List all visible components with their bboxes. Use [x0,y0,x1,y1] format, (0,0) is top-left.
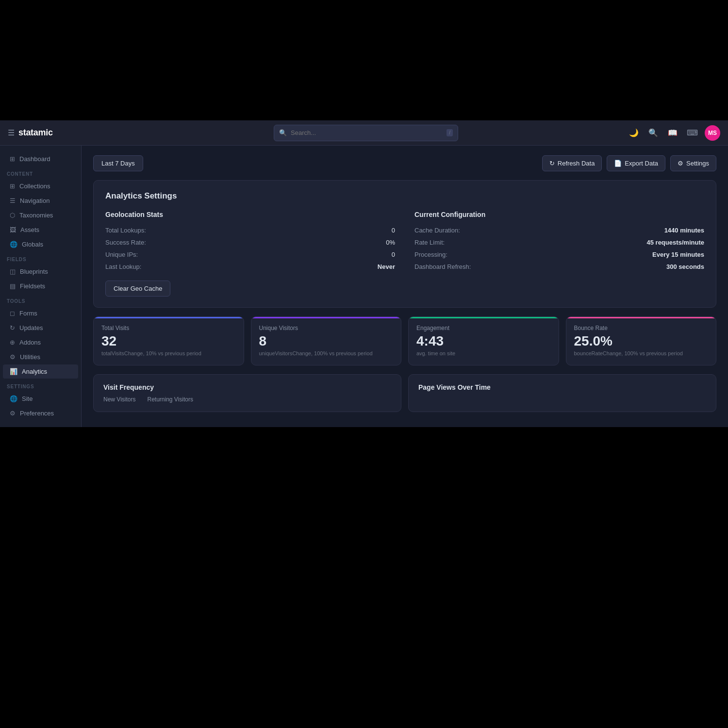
sidebar-item-globals[interactable]: 🌐 Globals [3,237,78,251]
sidebar-item-taxonomies[interactable]: ⬡ Taxonomies [3,208,78,222]
sidebar-item-navigation[interactable]: ☰ Navigation [3,194,78,208]
date-filter-button[interactable]: Last 7 Days [93,155,143,171]
clear-geo-cache-button[interactable]: Clear Geo Cache [105,281,170,297]
settings-button[interactable]: ⚙ Settings [670,155,716,171]
sidebar-item-label: Dashboard [19,155,50,163]
sidebar-item-updates[interactable]: ↻ Updates [3,321,78,335]
export-label: Export Data [625,160,658,167]
stat-value: Never [378,263,395,270]
stat-row-rate-limit: Rate Limit: 45 requests/minute [414,236,704,248]
refresh-label: Refresh Data [558,160,595,167]
book-icon[interactable]: 📖 [666,126,679,140]
stat-label: Cache Duration: [414,227,460,234]
assets-icon: 🖼 [10,226,16,233]
search-bar[interactable]: 🔍 / [274,125,458,141]
blueprints-icon: ◫ [10,268,16,275]
metric-label: Engagement [416,325,551,331]
stat-row-success-rate: Success Rate: 0% [105,236,395,248]
app-name: statamic [18,128,53,138]
sidebar-item-label: Site [22,395,33,402]
taxonomies-icon: ⬡ [10,212,15,219]
sidebar-item-label: Updates [19,324,43,331]
sidebar-item-assets[interactable]: 🖼 Assets [3,223,78,237]
stat-row-last-lookup: Last Lookup: Never [105,261,395,273]
metric-sub: totalVisitsChange, 10% vs previous perio… [101,350,236,357]
sidebar-item-fieldsets[interactable]: ▤ Fieldsets [3,279,78,293]
analytics-settings-title: Analytics Settings [105,191,704,201]
hamburger-icon[interactable]: ☰ [8,128,15,137]
stat-label: Last Lookup: [105,263,141,270]
sidebar-item-site[interactable]: 🌐 Site [3,392,78,406]
sidebar-item-label: Globals [22,241,43,248]
tools-section-label: TOOLS [0,294,81,306]
site-icon: 🌐 [10,395,17,402]
sidebar-item-label: Navigation [20,197,50,204]
black-top-overlay [0,0,728,120]
content-section-label: CONTENT [0,166,81,179]
stat-label: Unique IPs: [105,251,138,258]
search-slash-key: / [447,129,453,136]
analytics-settings-card: Analytics Settings Geolocation Stats Tot… [93,180,716,308]
stat-value: 300 seconds [666,263,704,270]
config-section: Current Configuration Cache Duration: 14… [414,211,704,297]
topbar-actions: 🌙 🔍 📖 ⌨ MS [627,125,720,141]
toolbar-right: ↻ Refresh Data 📄 Export Data ⚙ Settings [542,155,716,171]
logo-area: ☰ statamic [8,128,105,138]
metric-value: 32 [101,334,236,348]
metric-cards: Total Visits 32 totalVisitsChange, 10% v… [93,316,716,365]
navigation-icon: ☰ [10,197,16,204]
settings-label: Settings [686,160,709,167]
search-container: 🔍 / [105,125,627,141]
bottom-cards: Visit Frequency New Visitors Returning V… [93,374,716,412]
search-icon-2[interactable]: 🔍 [646,126,660,140]
search-icon: 🔍 [279,129,287,136]
geo-stats-section: Geolocation Stats Total Lookups: 0 Succe… [105,211,395,297]
moon-icon[interactable]: 🌙 [627,126,641,140]
sidebar-item-collections[interactable]: ⊞ Collections [3,179,78,193]
stat-label: Rate Limit: [414,239,445,246]
globals-icon: 🌐 [10,241,17,248]
avatar[interactable]: MS [705,125,720,141]
metric-value: 25.0% [574,334,709,348]
fields-section-label: FIELDS [0,252,81,264]
sidebar-item-preferences[interactable]: ⚙ Preferences [3,406,78,420]
sidebar-item-utilities[interactable]: ⚙ Utilities [3,350,78,364]
sidebar-item-label: Fieldsets [20,282,45,290]
bottom-card-title: Page Views Over Time [418,383,706,391]
sidebar-item-label: Blueprints [20,268,48,275]
sidebar-item-analytics[interactable]: 📊 Analytics [3,364,78,379]
page-views-card: Page Views Over Time [408,374,716,412]
refresh-data-button[interactable]: ↻ Refresh Data [542,155,602,171]
black-bottom-overlay [0,427,728,728]
metric-value: 4:43 [416,334,551,348]
stat-label: Dashboard Refresh: [414,263,471,270]
metric-card-unique-visitors: Unique Visitors 8 uniqueVisitorsChange, … [251,316,402,365]
analytics-icon: 📊 [10,368,17,375]
stat-value: 0 [392,227,395,234]
settings-section-label: SETTINGS [0,379,81,391]
sidebar-item-dashboard[interactable]: ⊞ Dashboard [3,152,78,166]
metric-card-engagement: Engagement 4:43 avg. time on site [408,316,559,365]
keyboard-icon[interactable]: ⌨ [685,126,699,140]
search-input[interactable] [291,129,443,136]
topbar: ☰ statamic 🔍 / 🌙 🔍 📖 ⌨ MS [0,120,728,146]
settings-icon: ⚙ [678,160,683,167]
sidebar-item-label: Preferences [20,410,54,417]
sidebar-item-blueprints[interactable]: ◫ Blueprints [3,265,78,279]
sidebar-item-label: Analytics [22,368,47,375]
visit-frequency-card: Visit Frequency New Visitors Returning V… [93,374,401,412]
utilities-icon: ⚙ [10,353,16,361]
export-icon: 📄 [614,160,622,167]
export-data-button[interactable]: 📄 Export Data [607,155,665,171]
dashboard-icon: ⊞ [10,155,15,163]
bottom-card-sub: New Visitors Returning Visitors [103,396,391,403]
refresh-icon: ↻ [549,160,555,167]
stat-label: Success Rate: [105,239,146,246]
stat-value: Every 15 minutes [652,251,704,258]
sidebar-item-label: Collections [19,182,50,190]
metric-label: Unique Visitors [259,325,394,331]
metric-sub: uniqueVisitorsChange, 100% vs previous p… [259,350,394,357]
sidebar-item-forms[interactable]: ◻ Forms [3,306,78,320]
metric-card-total-visits: Total Visits 32 totalVisitsChange, 10% v… [93,316,244,365]
sidebar-item-addons[interactable]: ⊕ Addons [3,335,78,349]
